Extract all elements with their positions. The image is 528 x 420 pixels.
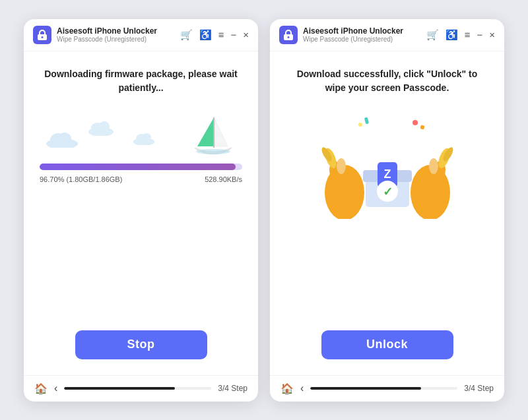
progress-speed: 528.90KB/s <box>205 175 242 183</box>
confetti-yellow <box>358 123 362 127</box>
svg-point-7 <box>99 121 110 132</box>
step-progress-fill <box>64 387 174 390</box>
right-accessibility-icon[interactable]: ♿ <box>446 30 458 40</box>
success-illustration: Z ✓ <box>321 113 453 219</box>
left-content: Downloading firmware package, please wai… <box>24 51 258 375</box>
right-minimize-icon[interactable]: − <box>477 30 482 40</box>
right-home-icon[interactable]: 🏠 <box>280 382 294 395</box>
right-titlebar: Aiseesoft iPhone Unlocker Wipe Passcode … <box>270 19 504 51</box>
right-app-sub: Wipe Passcode (Unregistered) <box>303 36 421 43</box>
accessibility-icon[interactable]: ♿ <box>199 30 212 40</box>
back-icon[interactable]: ‹ <box>54 382 57 394</box>
download-progress-bar <box>40 164 242 170</box>
left-logo <box>33 26 51 44</box>
svg-text:Z: Z <box>383 167 391 181</box>
right-title-text: Aiseesoft iPhone Unlocker Wipe Passcode … <box>303 26 421 43</box>
right-step-progress-fill <box>310 387 420 390</box>
svg-point-14 <box>196 149 230 154</box>
right-menu-icon[interactable]: ≡ <box>465 30 471 40</box>
svg-text:✓: ✓ <box>382 185 392 198</box>
left-titlebar: Aiseesoft iPhone Unlocker Wipe Passcode … <box>24 19 258 51</box>
left-main-title: Downloading firmware package, please wai… <box>40 67 242 95</box>
right-back-icon[interactable]: ‹ <box>300 382 304 394</box>
svg-point-10 <box>142 133 151 141</box>
gift-box: Z ✓ <box>358 150 417 210</box>
left-title-text: Aiseesoft iPhone Unlocker Wipe Passcode … <box>57 26 175 43</box>
left-window: Aiseesoft iPhone Unlocker Wipe Passcode … <box>24 19 258 402</box>
cart-icon[interactable]: 🛒 <box>180 30 193 40</box>
svg-point-1 <box>42 36 44 38</box>
minimize-icon[interactable]: − <box>230 30 236 40</box>
right-bottom-nav: 🏠 ‹ 3/4 Step <box>270 375 504 402</box>
right-main-title: Download successfully, click "Unlock" to… <box>286 67 488 95</box>
home-icon[interactable]: 🏠 <box>34 382 48 395</box>
cloud-3 <box>132 132 156 148</box>
cloud-1 <box>45 129 79 150</box>
svg-marker-11 <box>197 119 213 146</box>
confetti-red <box>412 120 418 125</box>
right-step-label: 3/4 Step <box>464 384 494 393</box>
right-window-controls: 🛒 ♿ ≡ − × <box>426 30 495 40</box>
left-app-sub: Wipe Passcode (Unregistered) <box>57 36 175 43</box>
progress-labels: 96.70% (1.80GB/1.86GB) 528.90KB/s <box>40 175 242 183</box>
cloud-2 <box>87 120 115 138</box>
sailboat-icon <box>191 115 236 161</box>
download-progress-fill <box>40 164 236 170</box>
right-window: Aiseesoft iPhone Unlocker Wipe Passcode … <box>270 19 504 402</box>
right-step-progress-bar <box>310 387 457 390</box>
close-icon[interactable]: × <box>243 30 249 40</box>
svg-point-24 <box>429 158 438 174</box>
right-content: Download successfully, click "Unlock" to… <box>270 51 504 375</box>
left-bottom-nav: 🏠 ‹ 3/4 Step <box>24 375 258 402</box>
right-close-icon[interactable]: × <box>489 30 495 40</box>
step-progress-bar <box>64 387 211 390</box>
confetti-orange <box>420 125 425 130</box>
progress-percent-size: 96.70% (1.80GB/1.86GB) <box>40 175 122 183</box>
stop-button[interactable]: Stop <box>75 330 207 359</box>
right-app-name: Aiseesoft iPhone Unlocker <box>303 26 421 36</box>
svg-point-19 <box>337 158 346 174</box>
progress-area: 96.70% (1.80GB/1.86GB) 528.90KB/s <box>40 113 242 183</box>
right-cart-icon[interactable]: 🛒 <box>426 30 439 40</box>
unlock-button[interactable]: Unlock <box>321 330 453 359</box>
left-window-controls: 🛒 ♿ ≡ − × <box>180 30 249 40</box>
step-label: 3/4 Step <box>218 384 248 393</box>
svg-point-4 <box>58 133 71 144</box>
menu-icon[interactable]: ≡ <box>218 30 224 40</box>
right-logo <box>279 26 298 44</box>
confetti-teal <box>364 117 368 124</box>
svg-marker-12 <box>214 119 228 146</box>
svg-point-16 <box>288 36 290 38</box>
left-app-name: Aiseesoft iPhone Unlocker <box>57 26 175 36</box>
